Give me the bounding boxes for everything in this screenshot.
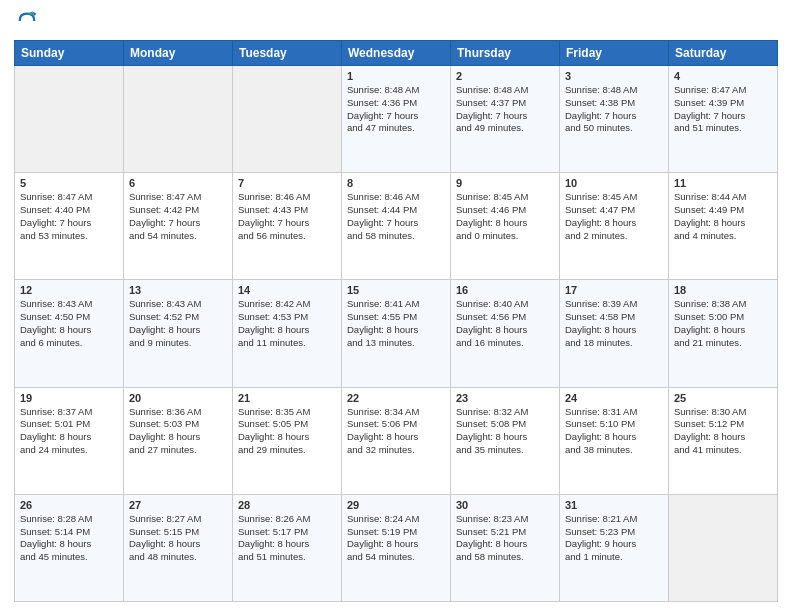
day-number: 18 [674,284,772,296]
calendar-cell [669,494,778,601]
day-info: Sunrise: 8:30 AM Sunset: 5:12 PM Dayligh… [674,406,772,457]
day-number: 20 [129,392,227,404]
day-info: Sunrise: 8:48 AM Sunset: 4:36 PM Dayligh… [347,84,445,135]
day-number: 2 [456,70,554,82]
calendar-cell: 19Sunrise: 8:37 AM Sunset: 5:01 PM Dayli… [15,387,124,494]
day-number: 26 [20,499,118,511]
day-number: 10 [565,177,663,189]
page: SundayMondayTuesdayWednesdayThursdayFrid… [0,0,792,612]
weekday-header: Thursday [451,41,560,66]
day-info: Sunrise: 8:26 AM Sunset: 5:17 PM Dayligh… [238,513,336,564]
day-number: 15 [347,284,445,296]
weekday-header: Tuesday [233,41,342,66]
day-info: Sunrise: 8:27 AM Sunset: 5:15 PM Dayligh… [129,513,227,564]
calendar-cell [15,66,124,173]
day-info: Sunrise: 8:47 AM Sunset: 4:39 PM Dayligh… [674,84,772,135]
calendar-cell: 31Sunrise: 8:21 AM Sunset: 5:23 PM Dayli… [560,494,669,601]
day-number: 9 [456,177,554,189]
day-number: 23 [456,392,554,404]
calendar-cell: 25Sunrise: 8:30 AM Sunset: 5:12 PM Dayli… [669,387,778,494]
day-info: Sunrise: 8:31 AM Sunset: 5:10 PM Dayligh… [565,406,663,457]
header [14,10,778,32]
day-number: 28 [238,499,336,511]
calendar-cell: 5Sunrise: 8:47 AM Sunset: 4:40 PM Daylig… [15,173,124,280]
calendar-cell: 17Sunrise: 8:39 AM Sunset: 4:58 PM Dayli… [560,280,669,387]
calendar-week: 1Sunrise: 8:48 AM Sunset: 4:36 PM Daylig… [15,66,778,173]
calendar-cell: 12Sunrise: 8:43 AM Sunset: 4:50 PM Dayli… [15,280,124,387]
calendar-cell: 20Sunrise: 8:36 AM Sunset: 5:03 PM Dayli… [124,387,233,494]
calendar-week: 19Sunrise: 8:37 AM Sunset: 5:01 PM Dayli… [15,387,778,494]
calendar-cell: 10Sunrise: 8:45 AM Sunset: 4:47 PM Dayli… [560,173,669,280]
day-info: Sunrise: 8:34 AM Sunset: 5:06 PM Dayligh… [347,406,445,457]
day-number: 13 [129,284,227,296]
calendar-table: SundayMondayTuesdayWednesdayThursdayFrid… [14,40,778,602]
day-number: 17 [565,284,663,296]
day-number: 12 [20,284,118,296]
day-info: Sunrise: 8:46 AM Sunset: 4:43 PM Dayligh… [238,191,336,242]
day-info: Sunrise: 8:35 AM Sunset: 5:05 PM Dayligh… [238,406,336,457]
day-number: 19 [20,392,118,404]
day-info: Sunrise: 8:42 AM Sunset: 4:53 PM Dayligh… [238,298,336,349]
calendar-cell: 21Sunrise: 8:35 AM Sunset: 5:05 PM Dayli… [233,387,342,494]
day-number: 27 [129,499,227,511]
day-info: Sunrise: 8:39 AM Sunset: 4:58 PM Dayligh… [565,298,663,349]
calendar-cell: 3Sunrise: 8:48 AM Sunset: 4:38 PM Daylig… [560,66,669,173]
day-info: Sunrise: 8:47 AM Sunset: 4:40 PM Dayligh… [20,191,118,242]
day-info: Sunrise: 8:43 AM Sunset: 4:52 PM Dayligh… [129,298,227,349]
weekday-header: Sunday [15,41,124,66]
day-info: Sunrise: 8:36 AM Sunset: 5:03 PM Dayligh… [129,406,227,457]
day-info: Sunrise: 8:32 AM Sunset: 5:08 PM Dayligh… [456,406,554,457]
calendar-cell: 22Sunrise: 8:34 AM Sunset: 5:06 PM Dayli… [342,387,451,494]
day-info: Sunrise: 8:38 AM Sunset: 5:00 PM Dayligh… [674,298,772,349]
day-number: 24 [565,392,663,404]
day-info: Sunrise: 8:45 AM Sunset: 4:47 PM Dayligh… [565,191,663,242]
day-info: Sunrise: 8:48 AM Sunset: 4:37 PM Dayligh… [456,84,554,135]
calendar-cell: 1Sunrise: 8:48 AM Sunset: 4:36 PM Daylig… [342,66,451,173]
day-number: 6 [129,177,227,189]
calendar-cell: 9Sunrise: 8:45 AM Sunset: 4:46 PM Daylig… [451,173,560,280]
calendar-cell: 24Sunrise: 8:31 AM Sunset: 5:10 PM Dayli… [560,387,669,494]
day-info: Sunrise: 8:44 AM Sunset: 4:49 PM Dayligh… [674,191,772,242]
calendar-cell [124,66,233,173]
calendar-week: 12Sunrise: 8:43 AM Sunset: 4:50 PM Dayli… [15,280,778,387]
day-number: 14 [238,284,336,296]
day-number: 16 [456,284,554,296]
calendar-cell: 2Sunrise: 8:48 AM Sunset: 4:37 PM Daylig… [451,66,560,173]
day-info: Sunrise: 8:46 AM Sunset: 4:44 PM Dayligh… [347,191,445,242]
calendar-cell: 28Sunrise: 8:26 AM Sunset: 5:17 PM Dayli… [233,494,342,601]
calendar-cell: 23Sunrise: 8:32 AM Sunset: 5:08 PM Dayli… [451,387,560,494]
day-number: 11 [674,177,772,189]
header-row: SundayMondayTuesdayWednesdayThursdayFrid… [15,41,778,66]
day-number: 8 [347,177,445,189]
calendar-cell: 6Sunrise: 8:47 AM Sunset: 4:42 PM Daylig… [124,173,233,280]
day-number: 22 [347,392,445,404]
day-info: Sunrise: 8:41 AM Sunset: 4:55 PM Dayligh… [347,298,445,349]
calendar-cell: 30Sunrise: 8:23 AM Sunset: 5:21 PM Dayli… [451,494,560,601]
weekday-header: Wednesday [342,41,451,66]
calendar-week: 5Sunrise: 8:47 AM Sunset: 4:40 PM Daylig… [15,173,778,280]
logo [14,10,38,32]
calendar-cell: 8Sunrise: 8:46 AM Sunset: 4:44 PM Daylig… [342,173,451,280]
calendar-cell: 11Sunrise: 8:44 AM Sunset: 4:49 PM Dayli… [669,173,778,280]
day-number: 3 [565,70,663,82]
weekday-header: Monday [124,41,233,66]
calendar-cell: 4Sunrise: 8:47 AM Sunset: 4:39 PM Daylig… [669,66,778,173]
calendar-cell: 26Sunrise: 8:28 AM Sunset: 5:14 PM Dayli… [15,494,124,601]
calendar-cell: 27Sunrise: 8:27 AM Sunset: 5:15 PM Dayli… [124,494,233,601]
calendar-cell: 16Sunrise: 8:40 AM Sunset: 4:56 PM Dayli… [451,280,560,387]
day-info: Sunrise: 8:48 AM Sunset: 4:38 PM Dayligh… [565,84,663,135]
day-number: 21 [238,392,336,404]
calendar-cell: 18Sunrise: 8:38 AM Sunset: 5:00 PM Dayli… [669,280,778,387]
day-number: 7 [238,177,336,189]
day-info: Sunrise: 8:24 AM Sunset: 5:19 PM Dayligh… [347,513,445,564]
day-number: 25 [674,392,772,404]
day-info: Sunrise: 8:37 AM Sunset: 5:01 PM Dayligh… [20,406,118,457]
day-info: Sunrise: 8:40 AM Sunset: 4:56 PM Dayligh… [456,298,554,349]
calendar-cell: 15Sunrise: 8:41 AM Sunset: 4:55 PM Dayli… [342,280,451,387]
day-info: Sunrise: 8:43 AM Sunset: 4:50 PM Dayligh… [20,298,118,349]
day-number: 1 [347,70,445,82]
calendar-cell: 14Sunrise: 8:42 AM Sunset: 4:53 PM Dayli… [233,280,342,387]
day-number: 30 [456,499,554,511]
calendar-week: 26Sunrise: 8:28 AM Sunset: 5:14 PM Dayli… [15,494,778,601]
calendar-cell: 7Sunrise: 8:46 AM Sunset: 4:43 PM Daylig… [233,173,342,280]
